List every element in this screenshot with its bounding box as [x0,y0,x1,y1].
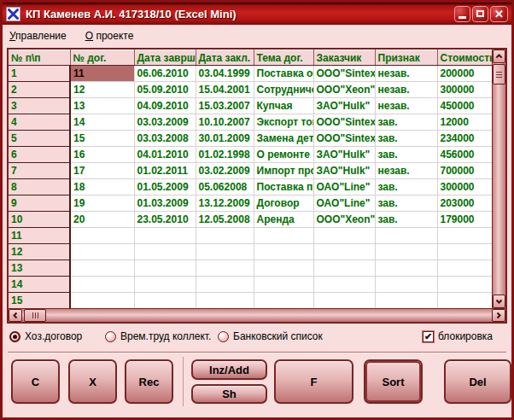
vertical-scroll-thumb[interactable] [493,64,505,85]
table-cell[interactable]: зав. [375,212,437,228]
menu-item-o-proekte[interactable]: О проекте [85,30,134,42]
radio-hoz-dogovor[interactable]: Хоз.договор [9,330,82,342]
column-header[interactable]: Стоимость [437,50,493,66]
table-cell[interactable]: 13.12.2009 [196,195,254,212]
table-cell[interactable]: незав. [375,66,437,82]
column-header[interactable]: Дата заврш [134,50,196,66]
row-header[interactable]: 5 [9,131,70,147]
table-cell[interactable]: Замена дет [254,131,313,147]
radio-vrem-trud[interactable]: Врем.труд коллект. [105,330,211,342]
table-cell[interactable]: 01.02.2011 [134,163,196,179]
table-cell[interactable]: зав. [375,114,437,131]
table-cell[interactable]: Купчая [254,98,313,114]
inz-add-button[interactable]: Inz/Add [191,359,267,380]
table-cell[interactable] [375,293,437,309]
table-cell[interactable] [134,277,196,293]
table-cell[interactable]: 200000 [437,66,493,82]
table-cell[interactable]: 203000 [437,195,493,212]
table-cell[interactable]: ООО"Sintex" [313,114,375,131]
table-cell[interactable] [313,277,375,293]
table-cell[interactable]: 30.01.2009 [196,131,254,147]
column-header[interactable]: № п\п [9,50,70,66]
table-cell[interactable]: незав. [375,98,437,114]
table-cell[interactable]: 03.04.1999 [196,66,254,82]
table-cell[interactable]: 12 [70,82,134,98]
table-cell[interactable]: ОАО"Line" [313,195,375,212]
table-cell[interactable] [254,260,313,277]
horizontal-scrollbar[interactable] [9,308,505,322]
table-cell[interactable]: 20 [70,212,134,228]
table-cell[interactable] [196,277,254,293]
table-cell[interactable] [313,260,375,277]
table-cell[interactable]: 04.09.2010 [134,98,196,114]
row-header[interactable]: 15 [9,293,70,309]
radio-icon[interactable] [218,331,229,342]
table-cell[interactable]: Аренда [254,212,313,228]
table-cell[interactable] [437,244,493,260]
table-cell[interactable]: 05.062008 [196,179,254,195]
table-cell[interactable]: 01.02.1998 [196,147,254,163]
column-header[interactable]: Признак [375,50,437,66]
minimize-icon[interactable] [454,6,470,22]
table-cell[interactable] [196,228,254,244]
table-cell[interactable]: 450000 [437,98,493,114]
table-cell[interactable]: 10.10.2007 [196,114,254,131]
table-cell[interactable]: Поставка об [254,66,313,82]
c-button[interactable]: C [11,359,60,404]
table-cell[interactable] [375,228,437,244]
row-header[interactable]: 14 [9,277,70,293]
table-cell[interactable]: 04.01.2010 [134,147,196,163]
table-cell[interactable] [254,277,313,293]
table-cell[interactable]: 11 [70,66,134,82]
table-cell[interactable]: 300000 [437,179,493,195]
table-cell[interactable] [437,293,493,309]
maximize-icon[interactable] [472,6,488,22]
row-header[interactable]: 2 [9,82,70,98]
table-cell[interactable]: 15.04.2001 [196,82,254,98]
table-cell[interactable]: зав. [375,147,437,163]
x-button[interactable]: X [68,359,117,404]
table-cell[interactable]: ООО"Xeon" [313,212,375,228]
row-header[interactable]: 1 [9,66,70,82]
table-cell[interactable]: 18 [70,179,134,195]
table-cell[interactable]: ЗАО"Hulk" [313,98,375,114]
column-header[interactable]: Тема дог. [254,50,313,66]
row-header[interactable]: 9 [9,195,70,212]
table-cell[interactable]: 12.05.2008 [196,212,254,228]
table-cell[interactable]: зав. [375,131,437,147]
scroll-left-icon[interactable] [9,309,22,322]
table-cell[interactable] [437,228,493,244]
table-cell[interactable] [313,293,375,309]
rec-button[interactable]: Rec [125,359,173,404]
sh-button[interactable]: Sh [191,384,267,404]
scroll-right-icon[interactable] [492,309,505,322]
column-header[interactable]: Дата закл. [196,50,254,66]
table-cell[interactable]: ООО"Xeon" [313,82,375,98]
table-cell[interactable] [134,260,196,277]
vertical-scrollbar[interactable] [492,50,505,308]
table-cell[interactable]: 17 [70,163,134,179]
table-cell[interactable]: 15.03.2007 [196,98,254,114]
table-cell[interactable]: 12000 [437,114,493,131]
table-cell[interactable]: 03.02.2009 [196,163,254,179]
table-cell[interactable]: незав. [375,163,437,179]
scroll-down-icon[interactable] [493,295,505,308]
table-cell[interactable]: Экспорт тов [254,114,313,131]
del-button[interactable]: Del [444,359,511,404]
table-cell[interactable]: 179000 [437,212,493,228]
table-cell[interactable] [134,228,196,244]
table-cell[interactable]: зав. [375,195,437,212]
table-cell[interactable]: 19 [70,195,134,212]
table-cell[interactable]: 01.05.2009 [134,179,196,195]
table-cell[interactable] [196,293,254,309]
table-cell[interactable]: ООО"Sintex" [313,131,375,147]
row-header[interactable]: 7 [9,163,70,179]
scroll-up-icon[interactable] [493,50,505,63]
table-cell[interactable] [375,244,437,260]
table-cell[interactable] [70,293,134,309]
table-cell[interactable] [134,293,196,309]
table-cell[interactable]: ОАО"Line" [313,179,375,195]
column-header[interactable]: Заказчик [313,50,375,66]
table-cell[interactable] [196,260,254,277]
sort-button[interactable]: Sort [364,359,423,404]
